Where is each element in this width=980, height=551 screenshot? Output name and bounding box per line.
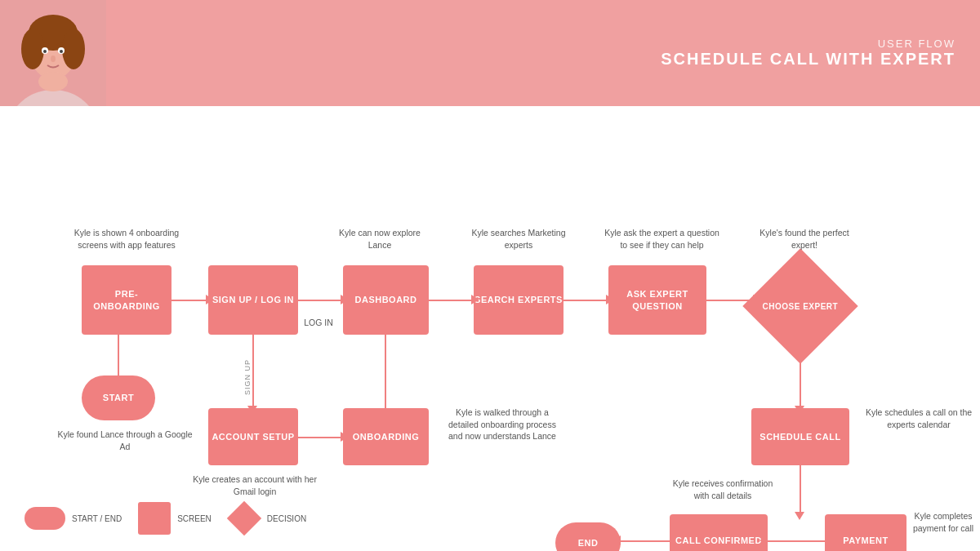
arrow-onboarding-to-dashboard (385, 335, 386, 408)
node-payment: PAYMENT (825, 514, 906, 551)
arrowhead-signup-accountsetup (247, 406, 257, 414)
node-end: END (555, 522, 621, 551)
svg-point-11 (51, 56, 56, 62)
annotation-dashboard: Kyle can now explore Lance (327, 227, 433, 251)
node-pre-onboarding: PRE- ONBOARDING (82, 265, 172, 335)
header-title: USER FLOW SCHEDULE CALL WITH EXPERT (661, 38, 980, 69)
annotation-login: LOG IN (294, 317, 343, 329)
annotation-ask-expert: Kyle ask the expert a question to see if… (603, 227, 721, 251)
annotation-search-experts: Kyle searches Marketing experts (466, 227, 572, 251)
arrowhead-start-preonboard (113, 327, 122, 335)
arrowhead-choose-schedule (795, 406, 804, 414)
legend-screen-shape (138, 502, 171, 535)
node-start: START (82, 375, 155, 420)
annotation-start: Kyle found Lance through a Google Ad (56, 429, 194, 452)
legend-screen: SCREEN (138, 502, 212, 535)
node-ask-expert-question: ASK EXPERT QUESTION (608, 265, 706, 335)
svg-point-9 (43, 50, 47, 53)
annotation-payment: Kyle completes payment for call (911, 510, 976, 534)
arrowhead-ask-choose (753, 295, 761, 304)
svg-point-10 (60, 50, 63, 53)
node-signup-login: SIGN UP / LOG IN (208, 265, 298, 335)
arrowhead-search-ask (606, 295, 614, 304)
legend: START / END SCREEN DECISION (24, 502, 306, 535)
annotation-onboarding: Kyle is walked through a detailed onboar… (441, 407, 564, 442)
arrowhead-dashboard-search (471, 295, 479, 304)
annotation-call-confirmed: Kyle receives confirmation with call det… (670, 478, 776, 501)
arrow-schedule-to-payment (800, 465, 801, 514)
arrow-callconfirmed-to-end (621, 540, 670, 542)
header-main-title: SCHEDULE CALL WITH EXPERT (661, 50, 956, 69)
arrowhead-payment-callconfirmed (760, 535, 768, 545)
legend-decision: DECISION (228, 502, 306, 535)
header-person (0, 0, 106, 106)
arrowhead-callconfirmed-end (612, 535, 621, 545)
header-subtitle: USER FLOW (661, 38, 956, 50)
annotation-choose-expert: Kyle's found the perfect expert! (751, 227, 858, 251)
legend-decision-shape-wrap (228, 502, 261, 535)
annotation-account-setup: Kyle creates an account with her Gmail l… (189, 473, 320, 497)
arrow-login-to-dashboard (298, 300, 343, 301)
arrow-accountsetup-to-onboarding (298, 437, 343, 438)
legend-screen-label: SCREEN (177, 514, 212, 523)
header: USER FLOW SCHEDULE CALL WITH EXPERT (0, 0, 980, 106)
arrow-ask-to-choose (706, 300, 755, 301)
svg-point-12 (38, 72, 68, 91)
arrowhead-schedule-payment (795, 512, 804, 520)
legend-start-end: START / END (24, 507, 122, 530)
legend-start-end-label: START / END (72, 514, 122, 523)
arrow-search-to-ask (564, 300, 608, 301)
annotation-schedule-call: Kyle schedules a call on the experts cal… (862, 407, 976, 430)
arrow-choose-to-schedule (800, 347, 801, 408)
arrowhead-accountsetup-onboarding (341, 432, 349, 442)
svg-point-5 (21, 29, 44, 69)
arrow-preonboard-to-signup (172, 300, 208, 301)
arrow-start-to-preonboard (118, 335, 119, 375)
arrowhead-onboarding-dashboard (380, 327, 390, 335)
signup-label: SIGN UP (243, 359, 252, 395)
legend-decision-shape (227, 501, 261, 535)
node-search-experts: SEARCH EXPERTS (474, 265, 564, 335)
node-account-setup: ACCOUNT SETUP (208, 408, 298, 465)
node-schedule-call: SCHEDULE CALL (751, 408, 849, 465)
node-dashboard: DASHBOARD (343, 265, 429, 335)
arrow-dashboard-to-search (429, 300, 474, 301)
svg-point-6 (62, 29, 85, 69)
arrow-signup-to-accountsetup (252, 335, 254, 408)
flowchart-content: START PRE- ONBOARDING SIGN UP / LOG IN A… (0, 106, 980, 551)
legend-start-end-shape (24, 507, 65, 530)
legend-decision-label: DECISION (267, 514, 306, 523)
node-call-confirmed: CALL CONFIRMED (670, 514, 768, 551)
arrow-payment-to-callconfirmed (768, 540, 825, 542)
arrowhead-login-dashboard (341, 295, 349, 304)
annotation-pre-onboarding: Kyle is shown 4 onboarding screens with … (65, 227, 188, 251)
node-onboarding: ONBOARDING (343, 408, 429, 465)
arrowhead-preonboard-signup (206, 295, 214, 304)
